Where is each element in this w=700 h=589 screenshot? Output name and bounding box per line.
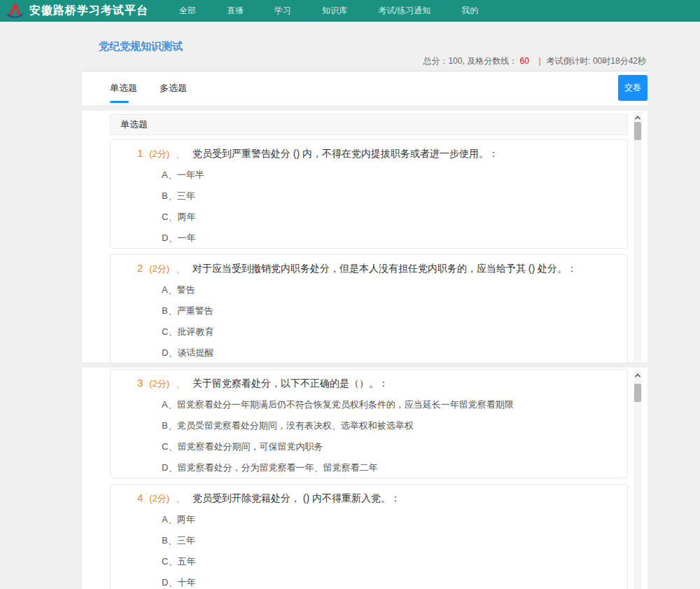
meta-countdown: ｜ 考试倒计时: 00时18分42秒 [536, 56, 646, 66]
submit-button[interactable]: 交卷 [618, 75, 648, 101]
question-text: 党员受到开除党籍处分， () 内不得重新入党。： [192, 492, 400, 504]
question-card: 3 (2分) 、 关于留党察看处分，以下不正确的是（）。： A、留党察看处分一年… [110, 369, 628, 478]
nav-item-5[interactable]: 考试/练习通知 [378, 5, 430, 17]
question-line: 1 (2分) 、 党员受到严重警告处分 () 内，不得在党内提拔职务或者进一步使… [137, 147, 613, 160]
question-separator: 、 [176, 378, 185, 389]
scrollbar-thumb[interactable] [634, 122, 641, 140]
question-cards: 1 (2分) 、 党员受到严重警告处分 () 内，不得在党内提拔职务或者进一步使… [110, 139, 628, 589]
question-card: 2 (2分) 、 对于应当受到撤销党内职务处分，但是本人没有担任党内职务的，应当… [110, 254, 628, 363]
option-item[interactable]: B、三年 [162, 534, 613, 546]
option-item[interactable]: A、留党察看处分一年期满后仍不符合恢复党员权利条件的，应当延长一年留党察看期限 [162, 399, 613, 410]
tabs: 单选题多选题 [110, 71, 209, 105]
options-list: A、警告B、严重警告C、批评教育D、谈话提醒 [162, 284, 613, 359]
option-item[interactable]: C、五年 [162, 555, 613, 567]
question-card: 1 (2分) 、 党员受到严重警告处分 () 内，不得在党内提拔职务或者进一步使… [110, 139, 628, 249]
options-list: A、留党察看处分一年期满后仍不符合恢复党员权利条件的，应当延长一年留党察看期限B… [162, 399, 613, 473]
question-number: 3 [137, 377, 143, 389]
question-line: 4 (2分) 、 党员受到开除党籍处分， () 内不得重新入党。： [137, 492, 613, 505]
option-item[interactable]: B、三年 [162, 190, 613, 202]
option-item[interactable]: A、一年半 [162, 169, 613, 181]
option-item[interactable]: A、警告 [162, 284, 613, 296]
option-item[interactable]: D、留党察看处分，分为留党察看一年、留党察看二年 [162, 462, 613, 473]
options-list: A、一年半B、三年C、两年D、一年 [162, 169, 613, 244]
question-number: 1 [137, 147, 143, 159]
option-item[interactable]: D、谈话提醒 [162, 347, 613, 359]
question-line: 2 (2分) 、 对于应当受到撤销党内职务处分，但是本人没有担任党内职务的，应当… [137, 262, 613, 275]
scroll-up-icon[interactable] [634, 371, 642, 380]
question-panel: 单选题 1 (2分) 、 党员受到严重警告处分 () 内，不得在党内提拔职务或者… [82, 111, 648, 589]
options-list: A、两年B、三年C、五年D、十年 [162, 513, 613, 588]
question-score: (2分) [149, 493, 169, 504]
scroll-up-icon[interactable] [634, 113, 642, 122]
nav-item-4[interactable]: 知识库 [322, 5, 347, 17]
nav-item-6[interactable]: 我的 [461, 5, 478, 17]
option-item[interactable]: C、批评教育 [162, 326, 613, 338]
question-separator: 、 [176, 263, 185, 274]
option-item[interactable]: B、党员受留党察看处分期间，没有表决权、选举权和被选举权 [162, 420, 613, 431]
option-item[interactable]: B、严重警告 [162, 305, 613, 317]
header-nav: 全部直播学习知识库考试/练习通知我的 [179, 5, 478, 17]
page-title: 党纪党规知识测试 [99, 40, 183, 53]
question-score: (2分) [149, 378, 169, 389]
app-header: 安徽路桥学习考试平台 全部直播学习知识库考试/练习通知我的 [0, 0, 700, 23]
question-score: (2分) [149, 263, 169, 274]
scrollbar-thumb[interactable] [634, 384, 641, 402]
brand-title: 安徽路桥学习考试平台 [29, 4, 148, 18]
question-number: 2 [137, 262, 143, 274]
meta-total-label: 总分：100, 及格分数线： [423, 56, 517, 66]
exam-meta: 总分：100, 及格分数线： 60 ｜ 考试倒计时: 00时18分42秒 [423, 55, 646, 67]
section-header: 单选题 [110, 114, 628, 135]
option-item[interactable]: A、两年 [162, 513, 613, 525]
logo-icon [6, 2, 24, 20]
scrollbar-track[interactable] [634, 112, 642, 361]
tab-2[interactable]: 多选题 [160, 71, 187, 105]
tab-bar: 单选题多选题 交卷 [82, 71, 648, 105]
nav-item-3[interactable]: 学习 [274, 5, 291, 17]
option-item[interactable]: C、留党察看处分期间，可保留党内职务 [162, 441, 613, 452]
question-text: 党员受到严重警告处分 () 内，不得在党内提拔职务或者进一步使用。： [192, 148, 498, 159]
question-card: 4 (2分) 、 党员受到开除党籍处分， () 内不得重新入党。： A、两年B、… [110, 484, 628, 589]
nav-item-2[interactable]: 直播 [227, 5, 244, 17]
brand[interactable]: 安徽路桥学习考试平台 [6, 2, 148, 20]
scrollbar-track[interactable] [634, 370, 642, 589]
exam-header: 党纪党规知识测试 总分：100, 及格分数线： 60 ｜ 考试倒计时: 00时1… [82, 25, 648, 71]
question-score: (2分) [149, 148, 169, 159]
question-number: 4 [137, 492, 143, 504]
option-item[interactable]: C、两年 [162, 211, 613, 223]
question-line: 3 (2分) 、 关于留党察看处分，以下不正确的是（）。： [137, 377, 613, 390]
tab-1[interactable]: 单选题 [110, 71, 137, 105]
question-text: 关于留党察看处分，以下不正确的是（）。： [192, 377, 388, 389]
option-item[interactable]: D、十年 [162, 576, 613, 588]
question-list: 单选题 1 (2分) 、 党员受到严重警告处分 () 内，不得在党内提拔职务或者… [110, 114, 628, 589]
option-item[interactable]: D、一年 [162, 232, 613, 244]
nav-item-1[interactable]: 全部 [179, 5, 196, 17]
meta-pass-score: 60 [519, 56, 528, 66]
question-separator: 、 [176, 493, 185, 504]
question-text: 对于应当受到撤销党内职务处分，但是本人没有担任党内职务的，应当给予其 () 处分… [192, 263, 577, 274]
question-separator: 、 [176, 148, 185, 159]
